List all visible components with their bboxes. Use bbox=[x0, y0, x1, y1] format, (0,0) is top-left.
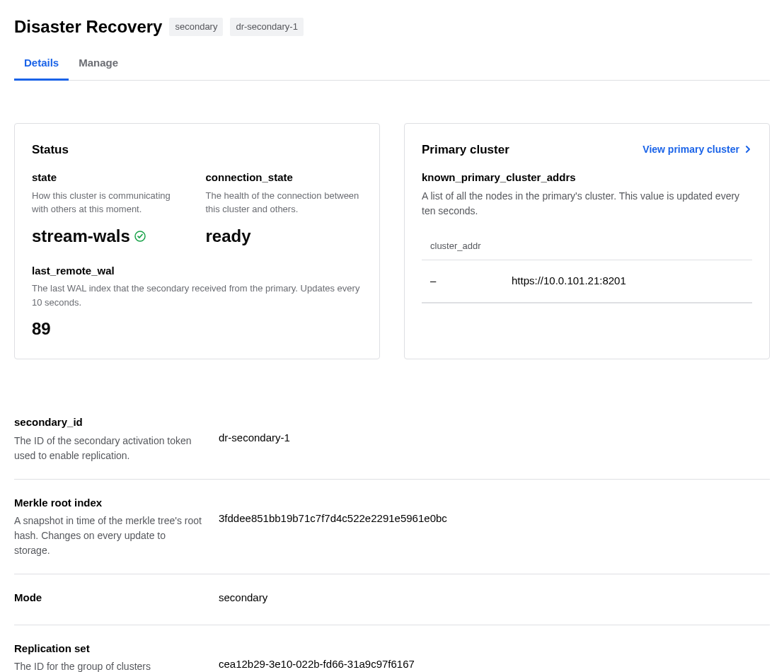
status-card: Status state How this cluster is communi… bbox=[14, 123, 380, 360]
table-row: – https://10.0.101.21:8201 bbox=[422, 260, 752, 303]
details-list: secondary_id The ID of the secondary act… bbox=[14, 399, 770, 672]
tabs: Details Manage bbox=[14, 48, 770, 81]
status-last-wal: last_remote_wal The last WAL index that … bbox=[32, 263, 362, 342]
last-wal-label: last_remote_wal bbox=[32, 263, 362, 279]
detail-secondary-id: secondary_id The ID of the secondary act… bbox=[14, 399, 770, 480]
row-addr: https://10.0.101.21:8201 bbox=[512, 273, 626, 289]
detail-desc: A snapshot in time of the merkle tree's … bbox=[14, 514, 202, 558]
detail-label: Merkle root index bbox=[14, 495, 202, 511]
status-connection: connection_state The health of the conne… bbox=[206, 170, 363, 249]
known-addrs-label: known_primary_cluster_addrs bbox=[422, 170, 752, 186]
chevron-right-icon bbox=[744, 145, 752, 153]
last-wal-desc: The last WAL index that the secondary re… bbox=[32, 282, 362, 309]
detail-value: 3fddee851bb19b71c7f7d4c522e2291e5961e0bc bbox=[219, 495, 447, 559]
connection-value: ready bbox=[206, 224, 363, 249]
badge-secondary: secondary bbox=[169, 18, 223, 36]
known-addrs-desc: A list of all the nodes in the primary's… bbox=[422, 189, 752, 219]
detail-mode: Mode secondary bbox=[14, 574, 770, 625]
cluster-addr-header: cluster_addr bbox=[422, 233, 752, 261]
detail-label: secondary_id bbox=[14, 415, 202, 431]
view-primary-cluster-link[interactable]: View primary cluster bbox=[642, 142, 752, 157]
detail-value: dr-secondary-1 bbox=[219, 415, 290, 463]
check-circle-icon bbox=[134, 231, 146, 242]
primary-cluster-title: Primary cluster bbox=[422, 141, 509, 159]
connection-desc: The health of the connection between thi… bbox=[206, 189, 363, 216]
state-desc: How this cluster is communicating with o… bbox=[32, 189, 189, 216]
state-value: stream-wals bbox=[32, 224, 189, 249]
connection-label: connection_state bbox=[206, 170, 363, 186]
detail-desc: The ID of the secondary activation token… bbox=[14, 434, 202, 463]
detail-label: Replication set bbox=[14, 641, 202, 657]
detail-label: Mode bbox=[14, 590, 202, 606]
status-state: state How this cluster is communicating … bbox=[32, 170, 189, 249]
row-dash: – bbox=[430, 273, 512, 289]
tab-details[interactable]: Details bbox=[14, 48, 69, 81]
detail-replication-set: Replication set The ID for the group of … bbox=[14, 625, 770, 673]
tab-manage[interactable]: Manage bbox=[69, 48, 128, 81]
status-title: Status bbox=[32, 141, 69, 159]
page-title: Disaster Recovery bbox=[14, 14, 162, 40]
primary-cluster-card: Primary cluster View primary cluster kno… bbox=[404, 123, 770, 360]
detail-value: secondary bbox=[219, 590, 267, 609]
detail-merkle-root: Merkle root index A snapshot in time of … bbox=[14, 480, 770, 575]
state-label: state bbox=[32, 170, 189, 186]
badge-secondary-id: dr-secondary-1 bbox=[230, 18, 303, 36]
detail-desc: The ID for the group of clusters communi… bbox=[14, 659, 202, 672]
last-wal-value: 89 bbox=[32, 316, 362, 342]
page-header: Disaster Recovery secondary dr-secondary… bbox=[14, 14, 770, 40]
detail-value: cea12b29-3e10-022b-fd66-31a9c97f6167 bbox=[219, 641, 415, 673]
